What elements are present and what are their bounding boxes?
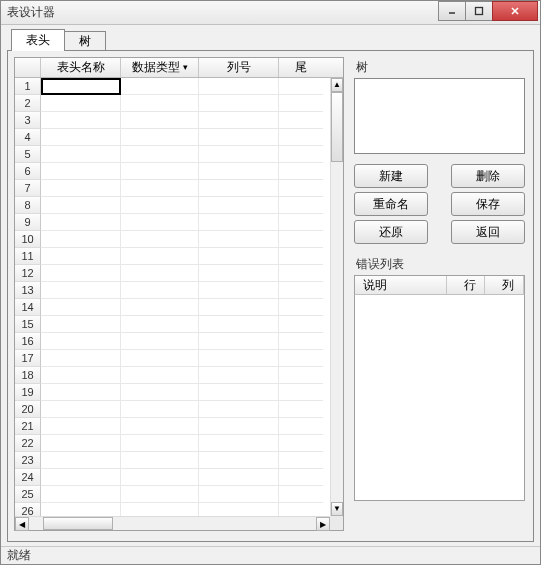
grid-cell[interactable]: [41, 333, 121, 350]
grid-cell[interactable]: [121, 469, 199, 486]
grid-cell[interactable]: [199, 197, 279, 214]
row-header[interactable]: 19: [15, 384, 41, 401]
table-row[interactable]: 2: [15, 95, 330, 112]
close-button[interactable]: [492, 1, 538, 21]
grid-cell[interactable]: [279, 282, 323, 299]
grid-cell[interactable]: [121, 129, 199, 146]
grid-cell[interactable]: [41, 418, 121, 435]
grid-cell[interactable]: [199, 452, 279, 469]
grid-cell[interactable]: [41, 350, 121, 367]
horizontal-scrollbar[interactable]: ◀ ▶: [15, 516, 330, 530]
grid-cell[interactable]: [41, 197, 121, 214]
grid-cell[interactable]: [199, 95, 279, 112]
row-header[interactable]: 26: [15, 503, 41, 516]
grid-cell[interactable]: [199, 299, 279, 316]
grid-cell[interactable]: [121, 333, 199, 350]
grid-cell[interactable]: [41, 367, 121, 384]
grid-cell[interactable]: [41, 231, 121, 248]
grid-cell[interactable]: [121, 214, 199, 231]
row-header[interactable]: 6: [15, 163, 41, 180]
table-row[interactable]: 24: [15, 469, 330, 486]
table-row[interactable]: 4: [15, 129, 330, 146]
grid-cell[interactable]: [41, 282, 121, 299]
grid-cell[interactable]: [279, 384, 323, 401]
grid-cell[interactable]: [41, 503, 121, 516]
scroll-left-button[interactable]: ◀: [15, 517, 29, 531]
tree-box[interactable]: [354, 78, 525, 154]
grid-corner[interactable]: [15, 58, 41, 77]
grid-cell[interactable]: [199, 350, 279, 367]
grid-cell[interactable]: [121, 95, 199, 112]
row-header[interactable]: 11: [15, 248, 41, 265]
grid-cell[interactable]: [121, 435, 199, 452]
table-row[interactable]: 14: [15, 299, 330, 316]
grid-cell[interactable]: [41, 78, 121, 95]
grid-cell[interactable]: [41, 316, 121, 333]
grid-cell[interactable]: [199, 503, 279, 516]
row-header[interactable]: 5: [15, 146, 41, 163]
table-row[interactable]: 1: [15, 78, 330, 95]
grid-cell[interactable]: [199, 265, 279, 282]
grid-cell[interactable]: [199, 435, 279, 452]
grid-cell[interactable]: [279, 231, 323, 248]
error-col-row[interactable]: 行: [447, 276, 485, 294]
grid-cell[interactable]: [199, 129, 279, 146]
restore-button[interactable]: 还原: [354, 220, 428, 244]
back-button[interactable]: 返回: [451, 220, 525, 244]
grid-cell[interactable]: [41, 214, 121, 231]
row-header[interactable]: 20: [15, 401, 41, 418]
grid-cell[interactable]: [199, 316, 279, 333]
grid-cell[interactable]: [199, 180, 279, 197]
grid-cell[interactable]: [121, 248, 199, 265]
row-header[interactable]: 3: [15, 112, 41, 129]
grid-cell[interactable]: [199, 282, 279, 299]
scroll-down-button[interactable]: ▼: [331, 502, 343, 516]
table-row[interactable]: 9: [15, 214, 330, 231]
grid-cell[interactable]: [121, 503, 199, 516]
vertical-scrollbar[interactable]: ▲ ▼: [330, 78, 343, 516]
grid-cell[interactable]: [121, 452, 199, 469]
table-row[interactable]: 6: [15, 163, 330, 180]
row-header[interactable]: 24: [15, 469, 41, 486]
row-header[interactable]: 25: [15, 486, 41, 503]
grid-cell[interactable]: [279, 214, 323, 231]
maximize-button[interactable]: [465, 1, 493, 21]
grid-cell[interactable]: [279, 265, 323, 282]
table-row[interactable]: 16: [15, 333, 330, 350]
table-row[interactable]: 20: [15, 401, 330, 418]
table-row[interactable]: 17: [15, 350, 330, 367]
grid-cell[interactable]: [199, 146, 279, 163]
grid-cell[interactable]: [199, 214, 279, 231]
row-header[interactable]: 12: [15, 265, 41, 282]
grid-cell[interactable]: [41, 180, 121, 197]
row-header[interactable]: 9: [15, 214, 41, 231]
row-header[interactable]: 23: [15, 452, 41, 469]
grid-cell[interactable]: [121, 180, 199, 197]
grid-cell[interactable]: [279, 452, 323, 469]
grid-cell[interactable]: [279, 367, 323, 384]
grid-cell[interactable]: [41, 146, 121, 163]
grid-cell[interactable]: [199, 384, 279, 401]
col-header-extra[interactable]: 尾: [279, 58, 323, 77]
grid-cell[interactable]: [121, 401, 199, 418]
grid-cell[interactable]: [41, 384, 121, 401]
table-row[interactable]: 13: [15, 282, 330, 299]
row-header[interactable]: 1: [15, 78, 41, 95]
grid-cell[interactable]: [279, 503, 323, 516]
table-row[interactable]: 3: [15, 112, 330, 129]
grid-cell[interactable]: [199, 418, 279, 435]
minimize-button[interactable]: [438, 1, 466, 21]
grid-cell[interactable]: [279, 248, 323, 265]
grid-cell[interactable]: [121, 231, 199, 248]
grid-cell[interactable]: [41, 486, 121, 503]
grid-cell[interactable]: [41, 435, 121, 452]
row-header[interactable]: 10: [15, 231, 41, 248]
grid-cell[interactable]: [279, 129, 323, 146]
table-row[interactable]: 15: [15, 316, 330, 333]
table-row[interactable]: 11: [15, 248, 330, 265]
grid-cell[interactable]: [41, 248, 121, 265]
grid-cell[interactable]: [199, 112, 279, 129]
table-row[interactable]: 19: [15, 384, 330, 401]
row-header[interactable]: 21: [15, 418, 41, 435]
table-row[interactable]: 12: [15, 265, 330, 282]
